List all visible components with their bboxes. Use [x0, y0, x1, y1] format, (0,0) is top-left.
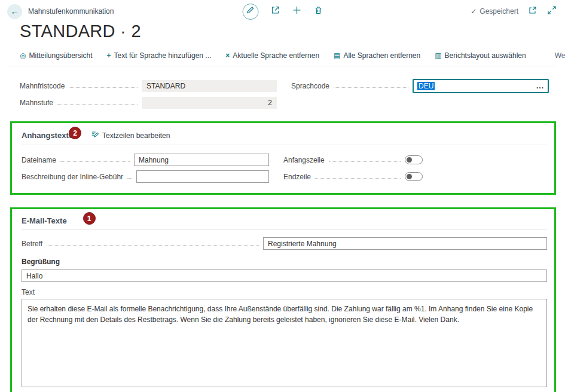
- mahnstufe-field: 2: [142, 97, 277, 109]
- action-berichtslayout-auswaehlen[interactable]: ▥ Berichtslayout auswählen: [435, 51, 526, 60]
- text-editor[interactable]: Sie erhalten diese E-Mail als formelle B…: [22, 299, 547, 387]
- betreff-input[interactable]: [263, 237, 547, 250]
- action-weitere-optionen[interactable]: Weitere Optionen: [555, 51, 565, 60]
- page-title: STANDARD · 2: [0, 19, 565, 41]
- endzeile-row: Endzeile: [283, 169, 541, 184]
- mahnstufe-row: Mahnstufe 2: [20, 95, 277, 110]
- text-label: Text: [22, 288, 547, 296]
- edit-button[interactable]: [242, 4, 258, 20]
- inline-gebuehr-row: Beschreibung der Inline-Gebühr: [22, 169, 269, 184]
- endzeile-toggle[interactable]: [405, 172, 423, 181]
- sprachcode-field[interactable]: DEU ...: [413, 79, 549, 93]
- betreff-row: Betreff: [22, 237, 547, 250]
- general-fastab: Mahnfristcode STANDARD Mahnstufe 2 Sprac…: [20, 78, 549, 112]
- annotation-badge-1: 1: [83, 212, 96, 225]
- open-in-window-icon: [528, 5, 537, 17]
- sprachcode-row: Sprachcode DEU ...: [291, 78, 549, 93]
- anhangstexte-title[interactable]: Anhangstexte: [22, 131, 73, 140]
- annotation-badge-2: 2: [69, 127, 81, 139]
- email-texte-header: E-Mail-Texte 1: [22, 214, 547, 230]
- delete-button[interactable]: [313, 5, 323, 17]
- anfangszeile-toggle[interactable]: [405, 155, 423, 164]
- mahnfristcode-field: STANDARD: [142, 80, 277, 92]
- anfangszeile-row: Anfangszeile: [283, 152, 541, 167]
- expand-button[interactable]: [547, 5, 557, 17]
- save-status-label: Gespeichert: [480, 7, 518, 16]
- sprachcode-lookup-button[interactable]: ...: [536, 82, 544, 90]
- share-button[interactable]: [270, 5, 280, 17]
- new-button[interactable]: [292, 5, 301, 17]
- inline-gebuehr-label: Beschreibung der Inline-Gebühr: [22, 173, 123, 181]
- betreff-label: Betreff: [22, 240, 42, 248]
- action-alle-sprachen-entfernen[interactable]: ▤ Alle Sprachen entfernen: [334, 51, 420, 60]
- dateiname-row: Dateiname: [22, 152, 269, 167]
- save-status: ✓ Gespeichert: [471, 7, 518, 16]
- email-texte-title[interactable]: E-Mail-Texte: [22, 216, 67, 225]
- expand-icon: [547, 5, 557, 17]
- anhangstexte-header: Anhangstexte 2 Textzeilen bearbeiten: [22, 128, 547, 145]
- trash-icon: [313, 5, 323, 17]
- action-text-fuer-sprache-hinzufuegen[interactable]: + Text für Sprache hinzufügen ...: [107, 51, 212, 60]
- edit-list-icon: [91, 130, 99, 140]
- anhangstexte-annotation-box: Anhangstexte 2 Textzeilen bearbeiten Dat…: [10, 121, 556, 195]
- mahnfristcode-label: Mahnfristcode: [20, 82, 65, 90]
- pencil-icon: [246, 5, 255, 17]
- mahnstufe-label: Mahnstufe: [20, 99, 53, 107]
- top-bar: ← Mahnstufenkommunikation ✓ Gespeic: [0, 0, 565, 19]
- dateiname-label: Dateiname: [22, 156, 56, 164]
- remove-all-languages-icon: ▤: [334, 51, 340, 60]
- add-icon: +: [107, 51, 111, 60]
- overview-icon: ◎: [20, 51, 26, 60]
- action-bar: ◎ Mitteilungsübersicht + Text für Sprach…: [10, 48, 556, 66]
- textzeilen-bearbeiten-button[interactable]: Textzeilen bearbeiten: [91, 130, 170, 140]
- mahnfristcode-row: Mahnfristcode STANDARD: [20, 78, 277, 93]
- email-texte-annotation-box: E-Mail-Texte 1 Betreff Begrüßung Text Si…: [10, 207, 556, 392]
- back-arrow-icon: ←: [11, 7, 19, 16]
- anfangszeile-label: Anfangszeile: [283, 156, 325, 164]
- back-button[interactable]: ←: [7, 4, 22, 19]
- share-icon: [270, 5, 280, 17]
- inline-gebuehr-input[interactable]: [136, 170, 269, 183]
- plus-icon: [292, 5, 301, 17]
- check-icon: ✓: [471, 7, 477, 16]
- record-actions: [242, 4, 323, 20]
- breadcrumb[interactable]: Mahnstufenkommunikation: [28, 7, 114, 16]
- remove-language-icon: ×: [225, 51, 230, 60]
- dateiname-input[interactable]: [134, 154, 269, 166]
- report-layout-icon: ▥: [435, 51, 441, 60]
- sprachcode-selected-text: DEU: [417, 82, 435, 90]
- open-in-window-button[interactable]: [528, 5, 537, 17]
- sprachcode-label: Sprachcode: [291, 82, 329, 90]
- begruessung-label: Begrüßung: [22, 258, 547, 266]
- action-aktuelle-sprache-entfernen[interactable]: × Aktuelle Sprache entfernen: [225, 51, 319, 60]
- action-mitteilungsuebersicht[interactable]: ◎ Mitteilungsübersicht: [20, 51, 93, 60]
- endzeile-label: Endzeile: [283, 173, 311, 181]
- begruessung-input[interactable]: [22, 270, 547, 282]
